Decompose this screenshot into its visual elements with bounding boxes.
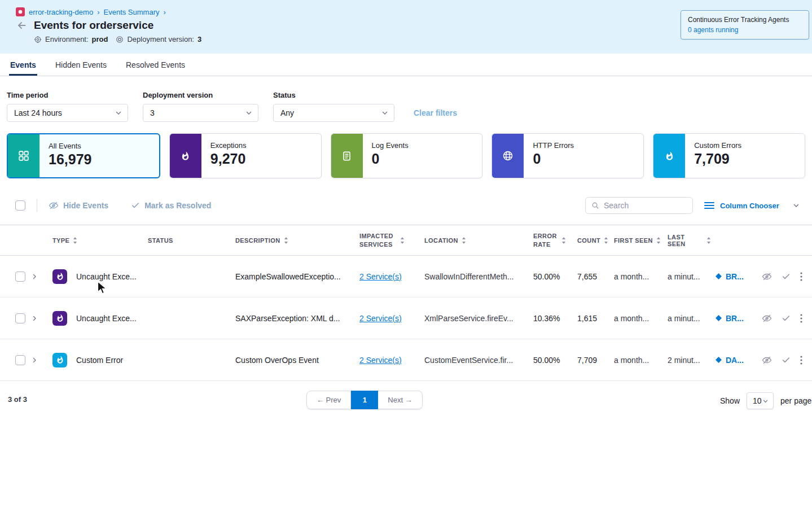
flame-icon [653, 134, 685, 178]
tabs-bar: Events Hidden Events Resolved Events [0, 54, 812, 76]
back-arrow-icon[interactable] [16, 20, 27, 31]
page-size-select[interactable]: 10 [747, 392, 774, 409]
card-value: 16,979 [49, 151, 91, 168]
tab-hidden-events[interactable]: Hidden Events [54, 55, 108, 76]
event-type: Uncaught Exce... [76, 272, 137, 281]
row-checkbox[interactable] [15, 272, 25, 282]
hide-events-button[interactable]: Hide Events [49, 200, 108, 211]
card-value: 7,709 [694, 151, 741, 167]
search-input[interactable] [604, 201, 688, 210]
breadcrumb-project-link[interactable]: error-tracking-demo [29, 8, 93, 16]
status-filter-value: Any [280, 108, 294, 117]
impacted-services-link[interactable]: 2 Service(s) [359, 272, 402, 281]
chevron-down-icon [115, 110, 122, 116]
sort-icon[interactable] [400, 237, 405, 244]
card-http-errors[interactable]: HTTP Errors 0 [491, 133, 644, 178]
column-header-description[interactable]: DESCRIPTION [231, 237, 355, 244]
mark-resolved-button[interactable]: Mark as Resolved [131, 201, 211, 210]
select-all-checkbox[interactable] [15, 200, 25, 211]
column-label: LAST SEEN [668, 234, 703, 247]
event-type: Uncaught Exce... [76, 314, 137, 323]
service-link[interactable]: BR... [715, 272, 744, 281]
sort-icon[interactable] [706, 237, 711, 244]
column-header-first-seen[interactable]: FIRST SEEN [609, 237, 663, 244]
eye-off-icon[interactable] [762, 313, 772, 323]
mark-resolved-label: Mark as Resolved [144, 201, 211, 210]
card-all-events[interactable]: All Events 16,979 [7, 133, 160, 178]
sort-icon[interactable] [284, 237, 288, 244]
event-type: Custom Error [76, 356, 123, 365]
prev-page-button[interactable]: ← Prev [306, 391, 351, 409]
service-link-label: BR... [726, 314, 744, 323]
error-rate: 50.00% [533, 356, 560, 365]
deployment-version-value: 3 [197, 35, 201, 43]
page-size-control: Show 10 per page [720, 392, 811, 409]
service-link[interactable]: DA... [715, 356, 744, 365]
column-chooser-button[interactable]: Column Chooser [704, 202, 800, 210]
check-icon[interactable] [782, 314, 791, 323]
column-header-impacted-services[interactable]: IMPACTED SERVICES [355, 232, 420, 248]
filters-row: Time period Last 24 hours Deployment ver… [0, 76, 812, 122]
expand-chevron-icon[interactable] [31, 315, 38, 322]
sort-icon[interactable] [604, 237, 608, 244]
sort-icon[interactable] [656, 237, 661, 244]
card-label: All Events [49, 142, 91, 150]
column-header-error-rate[interactable]: ERROR RATE [528, 232, 573, 248]
agents-status-box: Continuous Error Tracking Agents 0 agent… [681, 10, 809, 40]
agents-running-link[interactable]: 0 agents running [688, 26, 802, 34]
eye-off-icon[interactable] [762, 355, 772, 365]
expand-chevron-icon[interactable] [31, 273, 38, 280]
column-header-status: STATUS [144, 237, 231, 244]
sort-icon[interactable] [73, 237, 77, 244]
card-log-events[interactable]: Log Events 0 [331, 133, 483, 178]
app-icon [16, 7, 25, 16]
column-header-location[interactable]: LOCATION [420, 237, 528, 244]
card-label: Custom Errors [694, 141, 741, 150]
impacted-services-link[interactable]: 2 Service(s) [359, 356, 402, 365]
service-link[interactable]: BR... [715, 314, 744, 323]
column-header-last-seen[interactable]: LAST SEEN [663, 234, 711, 247]
clear-filters-button[interactable]: Clear filters [414, 108, 457, 117]
sort-icon[interactable] [561, 237, 566, 244]
deployment-version-select[interactable]: 3 [143, 104, 258, 122]
eye-off-icon[interactable] [762, 272, 772, 282]
column-header-count[interactable]: COUNT [573, 237, 609, 244]
breadcrumb-events-summary-link[interactable]: Events Summary [104, 8, 160, 16]
event-description: ExampleSwallowedExceptio... [235, 272, 341, 281]
tab-resolved-events[interactable]: Resolved Events [125, 55, 186, 76]
table-row: Uncaught Exce... SAXParseException: XML … [0, 297, 812, 339]
impacted-services-link[interactable]: 2 Service(s) [359, 314, 402, 323]
last-seen: 2 minut... [668, 356, 700, 365]
breadcrumb-separator: › [163, 8, 165, 16]
first-seen: a month... [614, 272, 649, 281]
kebab-menu-icon[interactable] [800, 314, 802, 323]
check-icon[interactable] [782, 272, 791, 281]
events-table: TYPE STATUS DESCRIPTION IMPACTED SERVICE… [0, 225, 812, 381]
column-label: ERROR RATE [533, 232, 558, 248]
sort-icon[interactable] [462, 237, 466, 244]
time-period-select[interactable]: Last 24 hours [7, 104, 128, 122]
check-icon[interactable] [782, 356, 791, 365]
card-exceptions[interactable]: Exceptions 9,270 [169, 133, 322, 178]
search-icon [591, 202, 599, 209]
column-label: IMPACTED SERVICES [359, 232, 397, 248]
kebab-menu-icon[interactable] [800, 356, 802, 365]
table-toolbar: Hide Events Mark as Resolved Column Choo… [0, 195, 812, 216]
row-checkbox[interactable] [15, 313, 25, 323]
page-header: error-tracking-demo › Events Summary › E… [0, 0, 812, 54]
status-select[interactable]: Any [273, 104, 394, 122]
grid-icon [8, 134, 39, 177]
current-page-button[interactable]: 1 [351, 391, 378, 409]
search-box [585, 197, 693, 214]
kebab-menu-icon[interactable] [800, 272, 802, 281]
flame-icon [170, 134, 201, 178]
row-checkbox[interactable] [15, 355, 25, 365]
expand-chevron-icon[interactable] [31, 357, 38, 364]
next-page-button[interactable]: Next → [378, 391, 422, 409]
card-label: Log Events [372, 141, 409, 150]
column-header-type[interactable]: TYPE [48, 237, 144, 244]
card-custom-errors[interactable]: Custom Errors 7,709 [653, 133, 805, 178]
stat-cards-row: All Events 16,979 Exceptions 9,270 Log E… [0, 122, 812, 178]
tab-events[interactable]: Events [9, 55, 37, 76]
deployment-version-filter-label: Deployment version [143, 91, 258, 99]
